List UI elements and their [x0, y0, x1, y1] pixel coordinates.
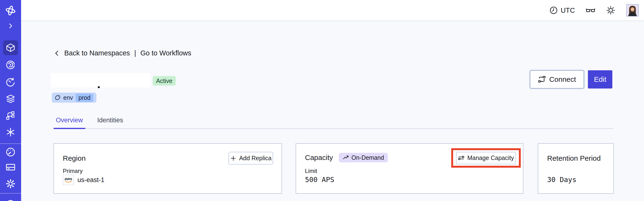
layers-icon[interactable] [5, 93, 16, 104]
namespace-tag-chip: env prod [52, 92, 96, 103]
sidebar [0, 0, 21, 201]
branch-icon[interactable] [5, 110, 16, 121]
namespace-name-redacted [50, 73, 150, 88]
add-replica-label: Add Replica [239, 155, 272, 162]
annotation-highlight-box: Manage Capacity [451, 148, 521, 168]
status-badge: Active [153, 76, 176, 86]
sidebar-divider [0, 144, 21, 144]
text-artifact [98, 86, 100, 88]
capacity-card: Capacity On-Demand Manage Capacity Limit… [296, 143, 524, 194]
app-root: UTC [0, 0, 644, 201]
namespaces-cube-icon[interactable] [5, 42, 16, 54]
limit-value: 500 APS [305, 176, 334, 184]
sun-icon[interactable] [606, 6, 615, 15]
retention-card-title: Retention Period [547, 154, 600, 162]
user-avatar[interactable] [626, 4, 639, 16]
region-card-title: Region [63, 154, 86, 162]
eye-spiral-icon[interactable] [5, 59, 16, 70]
plus-icon [230, 155, 236, 162]
capacity-title-row: Capacity On-Demand [305, 153, 388, 162]
retention-card: Retention Period 30 Days [538, 143, 614, 194]
trending-up-icon [342, 154, 349, 161]
asterisk-icon[interactable] [5, 126, 16, 138]
ondemand-badge: On-Demand [339, 153, 388, 162]
aws-word: aws [64, 177, 72, 180]
primary-label: Primary [63, 168, 83, 174]
chevron-left-icon[interactable] [54, 50, 60, 56]
connect-flow-icon [538, 76, 546, 83]
connect-button[interactable]: Connect [530, 70, 584, 88]
glasses-icon[interactable] [586, 6, 595, 15]
timezone-label: UTC [560, 6, 575, 14]
manage-capacity-label: Manage Capacity [467, 154, 514, 162]
aws-smile-icon [65, 180, 72, 183]
tab-overview[interactable]: Overview [54, 116, 85, 128]
tag-icon [55, 95, 61, 100]
temporal-logo[interactable] [5, 5, 16, 16]
retention-value: 30 Days [547, 176, 576, 184]
breadcrumb-separator: | [134, 49, 136, 57]
timezone-selector[interactable]: UTC [550, 6, 575, 14]
region-value-row: aws us-east-1 [63, 174, 104, 185]
aws-logo: aws [63, 174, 74, 185]
gear-icon[interactable] [5, 178, 16, 190]
go-to-workflows-link[interactable]: Go to Workflows [140, 49, 191, 57]
manage-capacity-button[interactable]: Manage Capacity [456, 152, 516, 164]
topbar: UTC [21, 0, 644, 21]
capacity-card-title: Capacity [305, 154, 333, 162]
retry-clock-icon[interactable] [5, 76, 16, 88]
region-value: us-east-1 [78, 176, 104, 184]
limit-label: Limit [305, 168, 317, 174]
connect-label: Connect [549, 75, 576, 84]
ondemand-label: On-Demand [352, 154, 384, 161]
clock-icon [550, 6, 558, 14]
gauge-icon[interactable] [5, 146, 16, 158]
sliders-icon [458, 155, 464, 161]
tag-value: prod [76, 94, 93, 102]
region-card: Region Add Replica Primary aws us-east-1 [54, 143, 282, 194]
edit-button[interactable]: Edit [588, 70, 612, 88]
back-to-namespaces-link[interactable]: Back to Namespaces [64, 49, 130, 57]
partial-circle-icon[interactable] [5, 198, 16, 201]
tag-key: env [63, 94, 73, 101]
sidebar-expand-chevron-icon[interactable] [5, 20, 16, 32]
breadcrumb: Back to Namespaces | Go to Workflows [54, 49, 191, 57]
credit-card-icon[interactable] [5, 162, 16, 173]
tab-identities[interactable]: Identities [95, 116, 126, 128]
tab-bar: Overview Identities [54, 116, 613, 129]
sidebar-divider-bottom [0, 193, 21, 194]
add-replica-button[interactable]: Add Replica [228, 152, 273, 164]
